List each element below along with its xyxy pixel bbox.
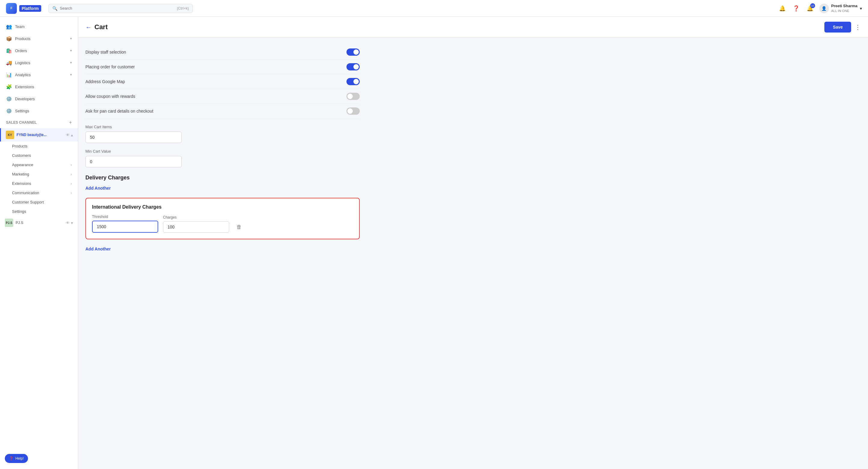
sub-nav-marketing[interactable]: Marketing › — [0, 170, 78, 179]
toggle-pan-card[interactable] — [346, 108, 360, 115]
user-dropdown-icon: ▾ — [860, 6, 862, 11]
activity-icon-btn[interactable]: 🔔 — [778, 4, 787, 13]
toggle-address-map[interactable] — [346, 78, 360, 85]
sales-channel-header: Sales Channel + — [0, 117, 78, 128]
eye-icon: 👁 — [66, 221, 70, 225]
sidebar-item-logistics[interactable]: 🚚 Logistics ▾ — [0, 57, 78, 69]
sub-nav-communication[interactable]: Communication › — [0, 188, 78, 198]
user-area[interactable]: 👤 Preeti Sharma ALL IN ONE ▾ — [819, 4, 862, 13]
products-icon: 📦 — [6, 35, 12, 41]
logo-icon: F — [6, 3, 17, 14]
delivery-charges-title: Delivery Charges — [85, 175, 360, 181]
bottom-channel-icons: 👁 ▾ — [66, 221, 73, 225]
logo-text: Platform — [19, 5, 41, 12]
sub-nav-label: Customers — [12, 153, 31, 158]
sub-nav-label: Settings — [12, 209, 26, 214]
charges-input[interactable] — [163, 221, 229, 233]
sidebar-item-orders[interactable]: 🛍️ Orders ▾ — [0, 45, 78, 57]
channel-badge: KY — [6, 130, 14, 139]
logo: F Platform — [6, 3, 41, 14]
help-label: Help! — [16, 457, 24, 461]
logistics-icon: 🚚 — [6, 60, 12, 66]
sub-nav-customers[interactable]: Customers — [0, 151, 78, 160]
user-role: ALL IN ONE — [831, 9, 858, 13]
notification-badge: 10 — [810, 3, 815, 8]
more-options-button[interactable]: ⋮ — [855, 24, 861, 31]
active-channel-item[interactable]: KY FYND beauty{te... 👁 ▴ — [0, 128, 78, 142]
sub-nav-customer-support[interactable]: Customer Support — [0, 198, 78, 207]
min-cart-value-input[interactable] — [85, 156, 182, 167]
threshold-label: Threshold — [92, 215, 158, 219]
intl-delivery-title: International Delivery Charges — [92, 204, 353, 210]
sub-nav-extensions[interactable]: Extensions › — [0, 179, 78, 188]
sidebar: 👥 Team 📦 Products ▾ 🛍️ Orders ▾ 🚚 Logist… — [0, 17, 78, 469]
sidebar-item-label: Analytics — [15, 72, 67, 77]
chevron-right-icon: › — [71, 181, 72, 186]
add-another-delivery-link[interactable]: Add Another — [85, 186, 111, 190]
add-channel-button[interactable]: + — [69, 120, 72, 125]
toggle-row-coupon: Allow coupon with rewards — [85, 89, 360, 104]
chevron-down-icon: ▾ — [70, 72, 72, 77]
sidebar-item-label: Developers — [15, 97, 72, 101]
search-input[interactable] — [60, 6, 175, 10]
top-bar-right: 🔔 ❓ 🔔 10 👤 Preeti Sharma ALL IN ONE ▾ — [778, 4, 862, 13]
chevron-up-icon: ▴ — [71, 133, 73, 137]
chevron-right-icon: › — [71, 163, 72, 167]
save-button[interactable]: Save — [825, 22, 851, 32]
sub-nav-appearance[interactable]: Appearance › — [0, 160, 78, 170]
extensions-icon: 🧩 — [6, 84, 12, 90]
toggle-display-staff[interactable] — [346, 49, 360, 56]
sub-nav-label: Appearance — [12, 163, 33, 167]
sidebar-item-team[interactable]: 👥 Team — [0, 21, 78, 32]
toggle-placing-order[interactable] — [346, 63, 360, 70]
sidebar-item-label: Team — [15, 24, 72, 29]
toggle-label: Placing order for customer — [85, 64, 135, 69]
analytics-icon: 📊 — [6, 71, 12, 78]
chevron-down-icon: ▾ — [70, 60, 72, 65]
page-title: Cart — [94, 23, 108, 31]
sub-nav-label: Customer Support — [12, 200, 44, 204]
add-another-bottom-link[interactable]: Add Another — [85, 246, 111, 251]
charges-label: Charges — [163, 215, 229, 219]
sidebar-nav: 👥 Team 📦 Products ▾ 🛍️ Orders ▾ 🚚 Logist… — [0, 17, 78, 233]
content-area: ← Cart Save ⋮ Display staff selection — [78, 17, 868, 469]
notification-icon-btn[interactable]: 🔔 10 — [805, 4, 814, 13]
sidebar-item-analytics[interactable]: 📊 Analytics ▾ — [0, 69, 78, 81]
threshold-field: Threshold — [92, 215, 158, 233]
sidebar-item-developers[interactable]: ⚙️ Developers — [0, 93, 78, 105]
help-button[interactable]: ❓ Help! — [5, 454, 28, 463]
sidebar-item-label: Products — [15, 36, 67, 41]
chevron-right-icon: › — [71, 191, 72, 195]
threshold-input[interactable] — [92, 221, 158, 233]
help-icon-btn[interactable]: ❓ — [792, 4, 801, 13]
toggle-coupon[interactable] — [346, 93, 360, 100]
form-content: Display staff selection Placing order fo… — [78, 38, 367, 261]
intl-delivery-box: International Delivery Charges Threshold… — [85, 198, 360, 239]
content-header-left: ← Cart — [85, 23, 108, 31]
charges-field: Charges — [163, 215, 229, 233]
sub-nav-settings[interactable]: Settings — [0, 207, 78, 216]
sidebar-item-products[interactable]: 📦 Products ▾ — [0, 32, 78, 45]
sidebar-item-extensions[interactable]: 🧩 Extensions — [0, 81, 78, 93]
channel-name: FYND beauty{te... — [17, 133, 63, 137]
chevron-down-icon: ▾ — [70, 36, 72, 41]
search-bar[interactable]: 🔍 (Ctrl+k) — [49, 4, 193, 13]
sub-nav-products[interactable]: Products — [0, 142, 78, 151]
chevron-right-icon: › — [71, 172, 72, 176]
developers-icon: ⚙️ — [6, 96, 12, 102]
back-button[interactable]: ← — [85, 24, 91, 31]
toggle-label: Display staff selection — [85, 50, 126, 55]
sidebar-item-label: Extensions — [15, 85, 72, 89]
search-shortcut: (Ctrl+k) — [177, 6, 189, 10]
toggle-row-placing-order: Placing order for customer — [85, 60, 360, 75]
min-cart-value-label: Min Cart Value — [85, 149, 360, 153]
content-header-right: Save ⋮ — [825, 22, 861, 32]
sub-nav-label: Marketing — [12, 172, 29, 176]
max-cart-items-input[interactable] — [85, 131, 182, 143]
delete-delivery-button[interactable]: 🗑 — [234, 222, 244, 233]
chevron-down-icon: ▾ — [70, 49, 72, 53]
orders-icon: 🛍️ — [6, 48, 12, 54]
bottom-channel-item[interactable]: PJ.S PJ.S 👁 ▾ — [0, 216, 78, 229]
sidebar-item-settings[interactable]: ⚙️ Settings — [0, 105, 78, 117]
settings-icon: ⚙️ — [6, 108, 12, 114]
